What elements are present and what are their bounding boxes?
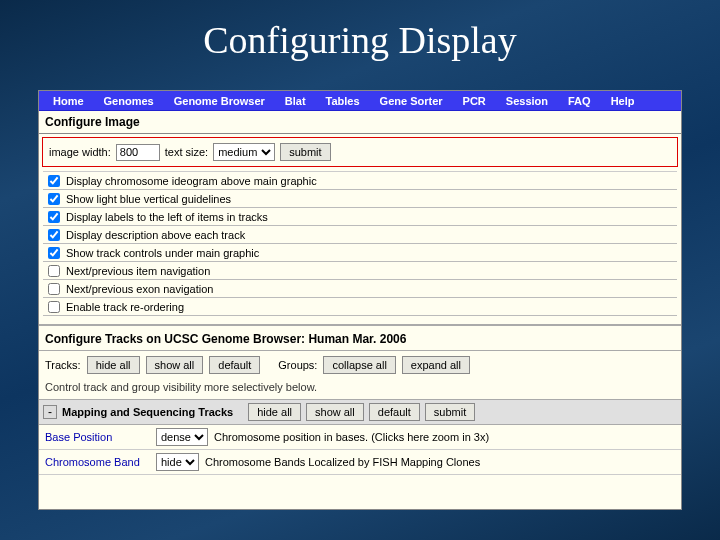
option-checkbox[interactable]: [48, 211, 60, 223]
option-label: Display chromosome ideogram above main g…: [66, 175, 317, 187]
track-description: Chromosome position in bases. (Clicks he…: [214, 431, 489, 443]
option-row: Show light blue vertical guidelines: [43, 190, 677, 208]
tracks-controls-row: Tracks: hide all show all default Groups…: [39, 351, 681, 379]
group-hide-all-button[interactable]: hide all: [248, 403, 301, 421]
group-default-button[interactable]: default: [369, 403, 420, 421]
groups-label: Groups:: [278, 359, 317, 371]
tracks-note: Control track and group visibility more …: [39, 379, 681, 399]
track-group-header: - Mapping and Sequencing Tracks hide all…: [39, 399, 681, 425]
option-checkbox[interactable]: [48, 301, 60, 313]
option-checkbox[interactable]: [48, 193, 60, 205]
collapse-all-button[interactable]: collapse all: [323, 356, 395, 374]
expand-all-button[interactable]: expand all: [402, 356, 470, 374]
nav-session[interactable]: Session: [496, 95, 558, 107]
image-width-label: image width:: [49, 146, 111, 158]
nav-gene-sorter[interactable]: Gene Sorter: [370, 95, 453, 107]
track-row: Chromosome Band hide Chromosome Bands Lo…: [39, 450, 681, 475]
tracks-label: Tracks:: [45, 359, 81, 371]
text-size-label: text size:: [165, 146, 208, 158]
hide-all-button[interactable]: hide all: [87, 356, 140, 374]
track-visibility-select[interactable]: dense: [156, 428, 208, 446]
track-visibility-select[interactable]: hide: [156, 453, 199, 471]
app-window: Home Genomes Genome Browser Blat Tables …: [38, 90, 682, 510]
nav-genome-browser[interactable]: Genome Browser: [164, 95, 275, 107]
track-link-base-position[interactable]: Base Position: [45, 431, 150, 443]
nav-blat[interactable]: Blat: [275, 95, 316, 107]
configure-image-header: Configure Image: [39, 111, 681, 134]
image-controls-row: image width: text size: medium submit: [42, 137, 678, 167]
nav-tables[interactable]: Tables: [316, 95, 370, 107]
option-row: Show track controls under main graphic: [43, 244, 677, 262]
option-row: Next/previous exon navigation: [43, 280, 677, 298]
option-row: Display chromosome ideogram above main g…: [43, 172, 677, 190]
image-width-input[interactable]: [116, 144, 160, 161]
text-size-select[interactable]: medium: [213, 143, 275, 161]
option-checkbox[interactable]: [48, 265, 60, 277]
show-all-button[interactable]: show all: [146, 356, 204, 374]
group-submit-button[interactable]: submit: [425, 403, 475, 421]
option-checkbox[interactable]: [48, 229, 60, 241]
track-description: Chromosome Bands Localized by FISH Mappi…: [205, 456, 480, 468]
nav-genomes[interactable]: Genomes: [94, 95, 164, 107]
option-label: Next/previous exon navigation: [66, 283, 213, 295]
group-show-all-button[interactable]: show all: [306, 403, 364, 421]
option-checkbox[interactable]: [48, 175, 60, 187]
configure-tracks-header: Configure Tracks on UCSC Genome Browser:…: [39, 324, 681, 351]
option-checkbox[interactable]: [48, 247, 60, 259]
default-button[interactable]: default: [209, 356, 260, 374]
group-toggle-button[interactable]: -: [43, 405, 57, 419]
slide-title: Configuring Display: [0, 0, 720, 68]
track-link-chromosome-band[interactable]: Chromosome Band: [45, 456, 150, 468]
nav-pcr[interactable]: PCR: [453, 95, 496, 107]
option-label: Next/previous item navigation: [66, 265, 210, 277]
option-row: Next/previous item navigation: [43, 262, 677, 280]
top-navbar: Home Genomes Genome Browser Blat Tables …: [39, 91, 681, 111]
nav-faq[interactable]: FAQ: [558, 95, 601, 107]
option-label: Show track controls under main graphic: [66, 247, 259, 259]
option-row: Display description above each track: [43, 226, 677, 244]
option-row: Display labels to the left of items in t…: [43, 208, 677, 226]
option-checkbox[interactable]: [48, 283, 60, 295]
submit-button[interactable]: submit: [280, 143, 330, 161]
nav-help[interactable]: Help: [601, 95, 645, 107]
group-title: Mapping and Sequencing Tracks: [62, 406, 243, 418]
options-table: Display chromosome ideogram above main g…: [43, 171, 677, 316]
option-row: Enable track re-ordering: [43, 298, 677, 316]
option-label: Display description above each track: [66, 229, 245, 241]
nav-home[interactable]: Home: [43, 95, 94, 107]
option-label: Show light blue vertical guidelines: [66, 193, 231, 205]
option-label: Display labels to the left of items in t…: [66, 211, 268, 223]
option-label: Enable track re-ordering: [66, 301, 184, 313]
track-row: Base Position dense Chromosome position …: [39, 425, 681, 450]
